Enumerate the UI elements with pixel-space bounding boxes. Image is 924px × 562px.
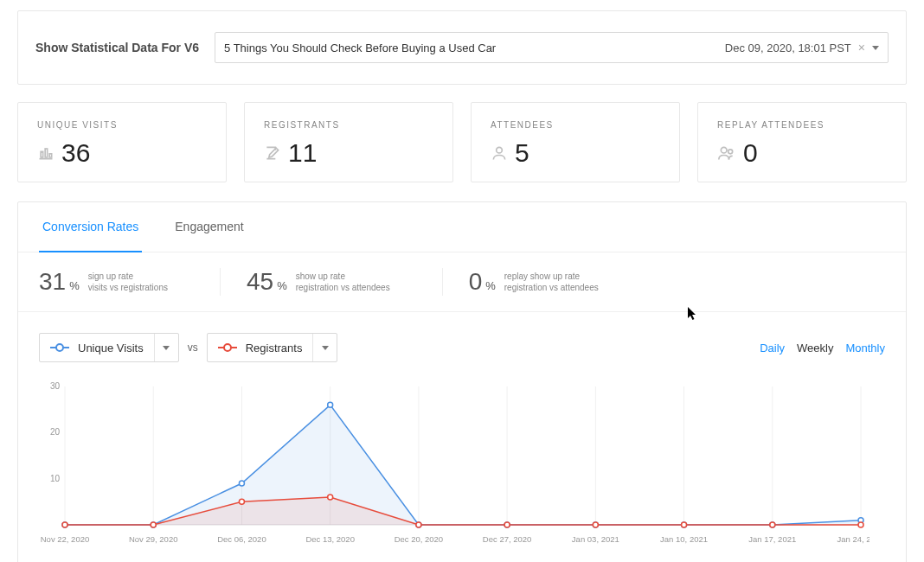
svg-text:Jan 03, 2021: Jan 03, 2021 (572, 534, 619, 544)
svg-point-41 (151, 522, 156, 527)
tab-conversion-rates[interactable]: Conversion Rates (39, 202, 142, 252)
chart-area: 102030Nov 22, 2020Nov 29, 2020Dec 06, 20… (18, 371, 906, 562)
rate-label-1: replay show up rate (504, 271, 599, 282)
svg-point-4 (721, 147, 727, 153)
svg-text:30: 30 (50, 381, 61, 391)
stat-title: REGISTRANTS (264, 120, 433, 130)
percent-sign: % (277, 279, 287, 292)
rate-label-2: registration vs attendees (504, 282, 599, 293)
stat-card-replay-attendees: REPLAY ATTENDEES 0 (697, 102, 907, 182)
svg-point-46 (593, 522, 598, 527)
chart-svg: 102030Nov 22, 2020Nov 29, 2020Dec 06, 20… (39, 378, 869, 551)
series-b-picker[interactable]: Registrants (207, 333, 338, 362)
main-card: Conversion Rates Engagement 31% sign up … (17, 201, 907, 562)
edit-icon (264, 144, 281, 162)
users-icon (717, 144, 736, 162)
svg-text:Dec 27, 2020: Dec 27, 2020 (483, 534, 532, 544)
svg-text:Dec 13, 2020: Dec 13, 2020 (305, 534, 355, 544)
granularity-toggle: Daily Weekly Monthly (760, 342, 885, 354)
svg-text:20: 20 (50, 427, 61, 437)
series-a-picker[interactable]: Unique Visits (39, 333, 179, 362)
stat-value: 0 (743, 138, 758, 168)
granularity-monthly[interactable]: Monthly (845, 342, 885, 354)
svg-point-43 (328, 495, 333, 500)
vs-label: vs (188, 342, 198, 354)
svg-text:Dec 06, 2020: Dec 06, 2020 (217, 534, 266, 544)
svg-rect-0 (41, 151, 43, 157)
rate-signup: 31% sign up rate visits vs registrations (39, 268, 194, 296)
rate-label-1: sign up rate (88, 271, 168, 282)
stat-card-attendees: ATTENDEES 5 (471, 102, 680, 182)
stats-header: Show Statistical Data For V6 5 Things Yo… (17, 10, 907, 85)
svg-text:10: 10 (50, 474, 61, 483)
stats-header-label: Show Statistical Data For V6 (35, 41, 199, 54)
svg-text:Dec 20, 2020: Dec 20, 2020 (395, 534, 444, 544)
chart-controls: Unique Visits vs Registrants Daily Weekl… (18, 312, 906, 371)
svg-text:Nov 29, 2020: Nov 29, 2020 (129, 534, 178, 544)
session-select-date: Dec 09, 2020, 18:01 PST (725, 42, 851, 54)
svg-point-45 (504, 522, 510, 527)
stat-title: ATTENDEES (491, 120, 660, 130)
svg-rect-1 (45, 149, 48, 157)
granularity-daily[interactable]: Daily (760, 342, 785, 354)
stat-card-registrants: REGISTRANTS 11 (244, 102, 453, 182)
granularity-weekly[interactable]: Weekly (797, 342, 833, 354)
svg-point-44 (416, 522, 421, 527)
svg-point-32 (239, 481, 244, 486)
svg-point-5 (728, 150, 733, 154)
svg-point-42 (239, 499, 244, 504)
rate-value: 31 (39, 268, 66, 296)
svg-rect-2 (49, 154, 51, 157)
rate-showup: 45% show up rate registration vs attende… (220, 268, 416, 296)
series-a-label: Unique Visits (78, 342, 144, 354)
session-select-title: 5 Things You Should Check Before Buying … (224, 42, 496, 54)
svg-point-3 (497, 147, 503, 153)
rate-label-1: show up rate (296, 271, 390, 282)
stat-title: UNIQUE VISITS (37, 120, 207, 130)
series-a-color-icon (50, 347, 69, 348)
tabs: Conversion Rates Engagement (18, 202, 906, 252)
tab-engagement[interactable]: Engagement (171, 202, 247, 252)
chevron-down-icon[interactable] (312, 334, 337, 361)
percent-sign: % (69, 279, 80, 292)
stat-value: 5 (515, 138, 529, 168)
conversion-rates-row: 31% sign up rate visits vs registrations… (18, 252, 906, 312)
stats-row: UNIQUE VISITS 36 REGISTRANTS 11 ATTENDEE… (17, 102, 907, 182)
svg-text:Jan 10, 2021: Jan 10, 2021 (660, 534, 708, 544)
svg-text:Jan 24, 2021: Jan 24, 2021 (837, 534, 869, 544)
cursor-icon (688, 307, 698, 321)
series-b-label: Registrants (246, 342, 303, 354)
stat-title: REPLAY ATTENDEES (717, 120, 887, 130)
rate-replay: 0% replay show up rate registration vs a… (442, 268, 625, 296)
rate-value: 45 (247, 268, 273, 296)
rate-label-2: registration vs attendees (296, 282, 390, 293)
session-select[interactable]: 5 Things You Should Check Before Buying … (215, 32, 889, 63)
series-b-color-icon (218, 347, 237, 348)
close-icon[interactable]: × (858, 41, 865, 54)
svg-point-40 (62, 522, 67, 527)
svg-point-49 (858, 522, 863, 527)
stat-value: 36 (61, 138, 90, 168)
svg-text:Nov 22, 2020: Nov 22, 2020 (41, 534, 90, 544)
svg-point-47 (682, 522, 687, 527)
stat-value: 11 (288, 138, 317, 168)
bar-chart-icon (37, 144, 55, 162)
svg-text:Jan 17, 2021: Jan 17, 2021 (748, 534, 796, 544)
rate-label-2: visits vs registrations (88, 282, 168, 293)
chevron-down-icon[interactable] (154, 334, 178, 361)
rate-value: 0 (469, 268, 483, 296)
svg-point-33 (328, 402, 333, 407)
chevron-down-icon[interactable] (872, 46, 879, 50)
stat-card-unique-visits: UNIQUE VISITS 36 (17, 102, 227, 182)
user-icon (491, 144, 508, 162)
percent-sign: % (485, 279, 496, 292)
svg-point-48 (770, 522, 775, 527)
